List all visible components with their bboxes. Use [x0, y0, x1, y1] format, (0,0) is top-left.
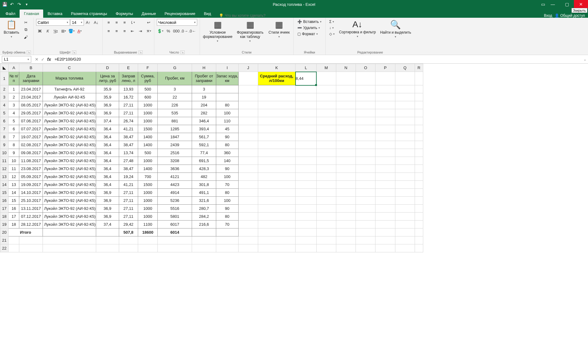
- cell[interactable]: 3208: [158, 157, 192, 165]
- orientation-button[interactable]: ⤹▾: [129, 19, 136, 26]
- cell[interactable]: [415, 228, 423, 236]
- cell[interactable]: 5801: [158, 213, 192, 221]
- cell[interactable]: 1400: [138, 165, 157, 173]
- cell[interactable]: [316, 141, 336, 149]
- cell[interactable]: [258, 125, 295, 133]
- cell[interactable]: 36,4: [96, 125, 119, 133]
- cell[interactable]: [395, 197, 415, 205]
- cell[interactable]: [336, 181, 356, 189]
- cell[interactable]: [356, 197, 375, 205]
- cell[interactable]: [238, 205, 258, 213]
- align-top-button[interactable]: ≡: [105, 19, 112, 26]
- clear-button[interactable]: ◇ ▾: [328, 31, 336, 37]
- cell[interactable]: [258, 173, 295, 181]
- cell[interactable]: 35,9: [96, 93, 119, 101]
- cell[interactable]: [415, 205, 423, 213]
- cell[interactable]: 2516: [158, 149, 192, 157]
- cell[interactable]: [375, 133, 395, 141]
- cell[interactable]: [415, 197, 423, 205]
- cell[interactable]: 1400: [138, 133, 157, 141]
- cell[interactable]: 4914: [158, 189, 192, 197]
- cell[interactable]: 2: [8, 93, 19, 101]
- cell[interactable]: 1: [8, 85, 19, 93]
- cell[interactable]: [258, 205, 295, 213]
- cell[interactable]: [316, 133, 336, 141]
- align-center-button[interactable]: ≡: [113, 28, 120, 34]
- share-button[interactable]: 👤 Общий доступ: [555, 13, 585, 18]
- minimize-button[interactable]: —: [546, 0, 560, 9]
- cell[interactable]: [19, 236, 43, 244]
- cell[interactable]: [395, 109, 415, 117]
- cell[interactable]: Лукойл ЭКТО-92 (АИ-92-К5): [43, 197, 96, 205]
- restore-button[interactable]: ▢: [560, 0, 574, 9]
- cell[interactable]: 27,11: [119, 205, 138, 213]
- cell[interactable]: [216, 228, 238, 236]
- cell[interactable]: [296, 141, 316, 149]
- row-header[interactable]: 3: [0, 93, 9, 101]
- cell[interactable]: 90: [216, 205, 238, 213]
- cell[interactable]: [336, 72, 356, 85]
- cut-button[interactable]: ✂: [22, 19, 30, 26]
- cell[interactable]: 12: [8, 173, 19, 181]
- cell[interactable]: Лукойл ЭКТО-92 (АИ-92-К5): [43, 165, 96, 173]
- cell[interactable]: [336, 149, 356, 157]
- cell[interactable]: [356, 189, 375, 197]
- cell[interactable]: Итого: [8, 228, 43, 236]
- cell[interactable]: 4121: [158, 173, 192, 181]
- cell[interactable]: 600: [138, 93, 157, 101]
- col-header[interactable]: F: [138, 64, 157, 72]
- cell[interactable]: [258, 109, 295, 117]
- cell[interactable]: 36,9: [96, 109, 119, 117]
- cell[interactable]: [336, 93, 356, 101]
- col-header[interactable]: I: [216, 64, 238, 72]
- cell[interactable]: 1000: [138, 197, 157, 205]
- decrease-decimal-button[interactable]: .0←: [189, 28, 196, 34]
- cell[interactable]: 346,4: [192, 117, 216, 125]
- cell[interactable]: [395, 173, 415, 181]
- cell[interactable]: [238, 141, 258, 149]
- cell[interactable]: [395, 85, 415, 93]
- cell[interactable]: 1000: [138, 157, 157, 165]
- cell[interactable]: 77,4: [192, 149, 216, 157]
- cell[interactable]: [336, 213, 356, 221]
- cell[interactable]: [19, 244, 43, 252]
- cell[interactable]: [415, 125, 423, 133]
- tab-data[interactable]: Данные: [137, 9, 160, 18]
- cell[interactable]: [296, 197, 316, 205]
- cell[interactable]: Заправ лено, л: [119, 72, 138, 85]
- row-header[interactable]: 19: [0, 221, 9, 228]
- close-button[interactable]: ✕: [574, 0, 588, 9]
- cell[interactable]: 1100: [138, 221, 157, 228]
- cell[interactable]: [356, 125, 375, 133]
- cell[interactable]: [356, 236, 375, 244]
- cell[interactable]: 07.12.2017: [19, 213, 43, 221]
- accounting-button[interactable]: 💲▾: [157, 28, 164, 34]
- align-right-button[interactable]: ≡: [121, 28, 128, 34]
- tab-review[interactable]: Рецензирование: [160, 9, 199, 18]
- tab-formulas[interactable]: Формулы: [111, 9, 138, 18]
- cell[interactable]: 19: [192, 93, 216, 101]
- cell[interactable]: Пробег, км: [158, 72, 192, 85]
- copy-button[interactable]: ⧉: [22, 26, 30, 33]
- cell[interactable]: 36,4: [96, 173, 119, 181]
- save-icon[interactable]: 💾: [2, 2, 7, 7]
- cell[interactable]: 10: [8, 157, 19, 165]
- cell[interactable]: [258, 149, 295, 157]
- cell[interactable]: 5: [8, 117, 19, 125]
- row-header[interactable]: 14: [0, 181, 9, 189]
- cell[interactable]: [316, 125, 336, 133]
- cell[interactable]: [258, 157, 295, 165]
- row-header[interactable]: 9: [0, 141, 9, 149]
- cell[interactable]: 482: [192, 173, 216, 181]
- fill-button[interactable]: ↓ ▾: [328, 25, 336, 31]
- col-header[interactable]: A: [8, 64, 19, 72]
- cell[interactable]: [238, 213, 258, 221]
- cell[interactable]: [96, 236, 119, 244]
- cell[interactable]: [336, 165, 356, 173]
- cell[interactable]: [415, 85, 423, 93]
- name-box[interactable]: L1▾: [2, 56, 31, 63]
- cell[interactable]: [395, 228, 415, 236]
- cell[interactable]: 25.10.2017: [19, 197, 43, 205]
- cell[interactable]: 428,3: [192, 165, 216, 173]
- cell[interactable]: [395, 141, 415, 149]
